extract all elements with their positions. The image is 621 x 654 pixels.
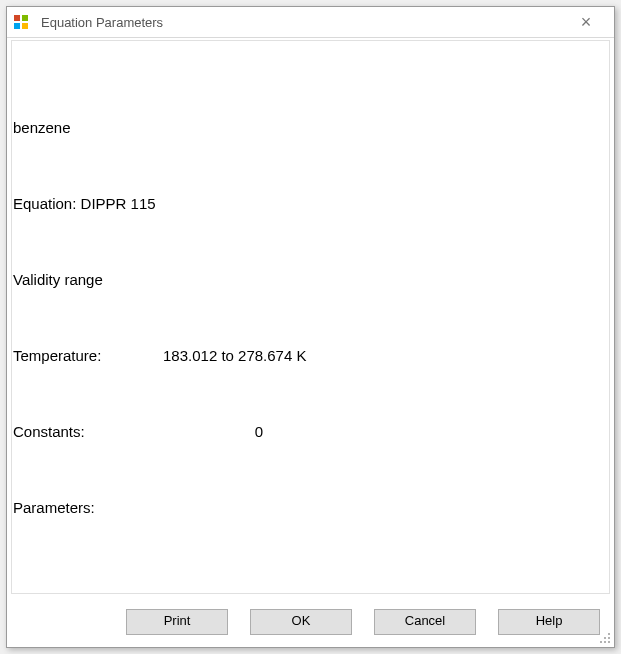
dialog-window: Equation Parameters × benzene Equation: … (6, 6, 615, 648)
button-bar: Print OK Cancel Help (7, 599, 614, 647)
parameters-block: 58.4791 = a -6995.71 = b -5.65015 = c 8.… (13, 574, 610, 599)
window-title: Equation Parameters (41, 15, 564, 30)
help-button[interactable]: Help (498, 609, 600, 635)
temperature-value: 183.012 to 278.674 K (163, 346, 306, 365)
svg-point-4 (604, 641, 606, 643)
equation-line: Equation: DIPPR 115 (13, 194, 610, 213)
constants-line: Constants: 0 (13, 422, 610, 441)
svg-point-2 (608, 637, 610, 639)
temperature-line: Temperature: 183.012 to 278.674 K (13, 346, 610, 365)
app-icon (13, 14, 29, 30)
svg-point-1 (604, 637, 606, 639)
equation-label: Equation: (13, 195, 81, 212)
validity-label: Validity range (13, 270, 610, 289)
compound-name: benzene (13, 118, 610, 137)
svg-point-5 (608, 641, 610, 643)
ok-button[interactable]: OK (250, 609, 352, 635)
content-area: benzene Equation: DIPPR 115 Validity ran… (7, 38, 614, 599)
constants-label: Constants: (13, 422, 163, 441)
close-icon[interactable]: × (564, 12, 608, 33)
cancel-button[interactable]: Cancel (374, 609, 476, 635)
svg-point-0 (608, 633, 610, 635)
constants-value: 0 (163, 422, 263, 441)
temperature-label: Temperature: (13, 346, 163, 365)
parameters-label: Parameters: (13, 498, 610, 517)
equation-value: DIPPR 115 (81, 195, 156, 212)
print-button[interactable]: Print (126, 609, 228, 635)
titlebar: Equation Parameters × (7, 7, 614, 38)
svg-point-3 (600, 641, 602, 643)
resize-grip-icon[interactable] (598, 631, 612, 645)
